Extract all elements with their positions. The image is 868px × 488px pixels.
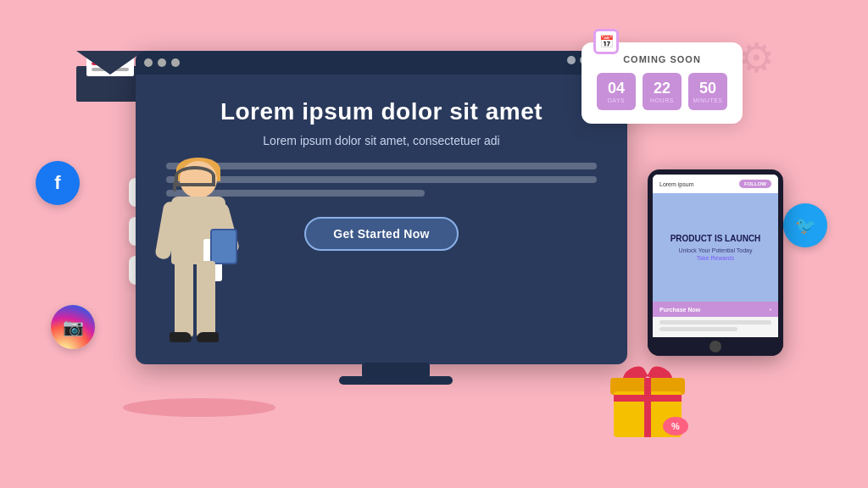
person-illustration: [153, 161, 246, 398]
gear-icon-large: ⚙: [738, 34, 775, 81]
monitor-dot-3: [171, 58, 180, 67]
tablet-home-button[interactable]: [709, 341, 721, 352]
countdown-hours: 22 HOURS: [643, 73, 682, 110]
tablet-product-title: PRODUCT IS LAUNCH: [670, 234, 761, 244]
gift-tag: %: [663, 417, 688, 435]
gift-ribbon-horizontal: [614, 395, 682, 402]
monitor-subtitle: Lorem ipsum dolor sit amet, consectetuer…: [263, 134, 499, 147]
tablet-product-sub: Unlock Your Potential Today: [678, 247, 752, 253]
tablet-follow-button[interactable]: FOLLOW: [739, 180, 771, 188]
gift-box-illustration: %: [614, 369, 682, 437]
tablet-username: Lorem ipsum: [659, 181, 693, 187]
person-mic: [173, 181, 176, 191]
coming-soon-card: 📅 COMING SOON 04 DAYS 22 HOURS 50 MINUTE…: [581, 42, 743, 124]
person-leg-right: [197, 261, 215, 337]
countdown-minutes: 50 MINUTES: [688, 73, 727, 110]
calendar-icon: 📅: [593, 29, 619, 54]
envelope-illustration: [76, 51, 144, 102]
twitter-icon[interactable]: 🐦: [783, 203, 827, 247]
countdown-days: 04 DAYS: [597, 73, 636, 110]
tablet-comments: [653, 317, 778, 337]
monitor-title: Lorem ipsum dolor sit amet: [220, 98, 542, 125]
person-shoe-left: [170, 332, 192, 342]
person-leg-left: [175, 261, 193, 337]
envelope-flap: [76, 51, 144, 75]
tablet-hero: PRODUCT IS LAUNCH Unlock Your Potential …: [653, 193, 778, 302]
tablet-top-bar: Lorem ipsum FOLLOW: [653, 175, 778, 193]
monitor-dot-2: [158, 58, 166, 67]
tablet-product-link[interactable]: Take Rewards: [697, 255, 734, 261]
instagram-icon[interactable]: 📷: [51, 305, 95, 349]
person-held-tablet: [210, 229, 237, 264]
comment-line-1: [659, 320, 771, 324]
coming-soon-title: COMING SOON: [593, 54, 731, 64]
tablet-screen: Lorem ipsum FOLLOW PRODUCT IS LAUNCH Unl…: [653, 175, 778, 337]
facebook-icon[interactable]: f: [36, 161, 80, 205]
comment-line-2: [659, 327, 737, 331]
person-shadow: [123, 398, 275, 417]
person-shoe-right: [197, 332, 219, 342]
monitor-dot-1: [144, 58, 153, 67]
tablet-bottom: [648, 337, 783, 356]
tablet-buy-bar[interactable]: Purchase Now ›: [653, 302, 778, 317]
monitor-base: [339, 376, 453, 385]
tablet-device: Lorem ipsum FOLLOW PRODUCT IS LAUNCH Unl…: [648, 169, 783, 356]
gift-ribbon-vertical: [644, 378, 651, 437]
countdown: 04 DAYS 22 HOURS 50 MINUTES: [593, 73, 731, 110]
person-headset: [175, 166, 215, 186]
monitor-bar: [136, 51, 627, 75]
get-started-button[interactable]: Get Started Now: [304, 217, 458, 251]
